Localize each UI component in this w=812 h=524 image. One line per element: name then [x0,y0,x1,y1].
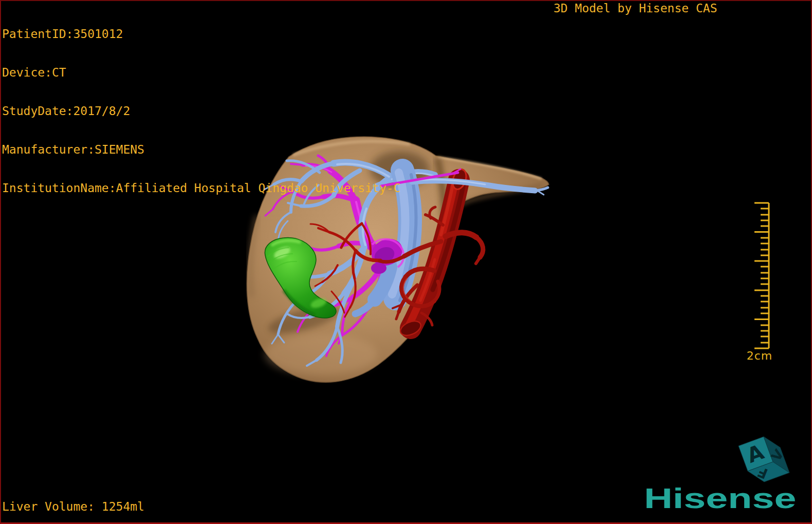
scale-ruler: 2cm [747,203,773,362]
scene-title: 3D Model by Hisense CAS [553,2,717,15]
cas-3d-viewer: { "viewport": {"width": 1580, "height": … [0,0,812,524]
patient-info-block: PatientID:3501012 Device:CT StudyDate:20… [2,2,400,208]
manufacturer: Manufacturer:SIEMENS [2,143,400,156]
study-date: StudyDate:2017/8/2 [2,105,400,118]
hisense-logo: Hisense [644,484,796,513]
device: Device:CT [2,66,400,79]
institution-name: InstitutionName:Affiliated Hospital Qing… [2,182,400,195]
orientation-cube[interactable]: A V F [739,437,789,482]
patient-id: PatientID:3501012 [2,28,400,41]
scale-label: 2cm [747,349,773,362]
liver-volume-readout: Liver Volume: 1254ml [2,500,144,513]
